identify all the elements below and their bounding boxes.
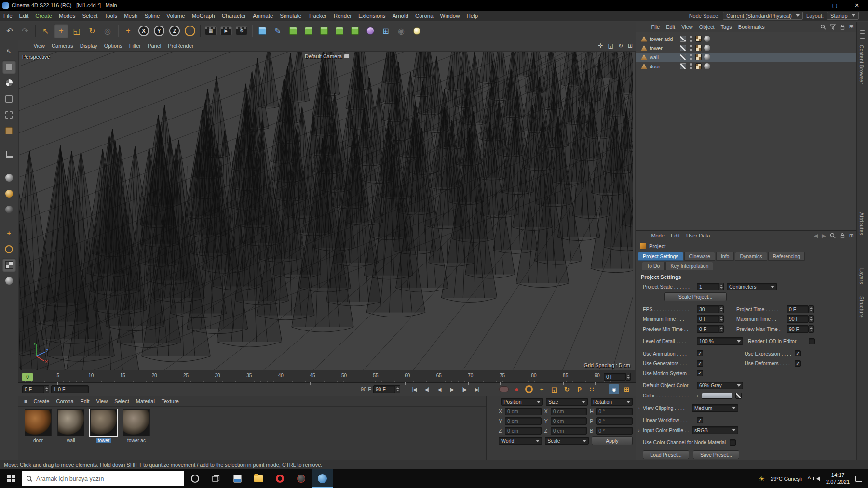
load-preset-button[interactable]: Load Preset... — [643, 450, 689, 459]
move-tool[interactable]: + — [54, 24, 68, 38]
phong-tag-icon[interactable] — [704, 45, 710, 51]
om-menu-view[interactable]: View — [678, 24, 696, 30]
spinner-icon[interactable] — [809, 325, 814, 333]
key-parameter-button[interactable]: P — [574, 384, 584, 394]
node-space-dropdown[interactable]: Current (Standard/Physical) — [723, 12, 803, 20]
render-lod-checkbox[interactable] — [809, 338, 815, 344]
menu-volume[interactable]: Volume — [163, 13, 188, 19]
menu-create[interactable]: Create — [32, 13, 55, 19]
material-item[interactable]: tower ac — [122, 409, 151, 460]
edit-tag-icon[interactable] — [680, 54, 686, 60]
live-selection-tool[interactable]: ↖ — [39, 24, 53, 38]
use-motion-system-checkbox[interactable]: ✓ — [697, 370, 703, 376]
am-menu-edit[interactable]: Edit — [668, 233, 683, 238]
volume-icon[interactable] — [816, 476, 820, 481]
om-menu-file[interactable]: File — [648, 24, 663, 30]
mat-menu-view[interactable]: View — [93, 398, 111, 404]
current-frame-field[interactable]: 0 F — [22, 385, 49, 393]
project-time-field[interactable]: 0 F — [787, 305, 814, 313]
camera-label[interactable]: Default Camera — [305, 53, 349, 59]
phong-tag-icon[interactable] — [704, 63, 710, 69]
use-animation-checkbox[interactable]: ✓ — [697, 350, 703, 356]
polygons-mode-button[interactable] — [2, 124, 16, 137]
spinner-icon[interactable] — [719, 315, 724, 323]
tab-referencing[interactable]: Referencing — [768, 252, 805, 261]
om-menu-object[interactable]: Object — [696, 24, 718, 30]
task-view-button[interactable] — [205, 469, 227, 488]
light-button[interactable] — [409, 24, 424, 38]
use-deformers-checkbox[interactable]: ✓ — [795, 360, 801, 367]
record-keyframe-button[interactable]: ● — [511, 384, 522, 394]
menu-file[interactable]: File — [0, 13, 16, 19]
default-object-color-dropdown[interactable]: 60% Gray — [697, 382, 743, 389]
enable-snap-button[interactable] — [2, 171, 16, 185]
z-axis-lock-button[interactable]: Z — [167, 24, 182, 38]
vp-menu-filter[interactable]: Filter — [126, 43, 144, 49]
spinner-icon[interactable] — [719, 305, 724, 313]
color-swatch[interactable] — [702, 393, 732, 399]
size-x-field[interactable]: 0 cm — [551, 408, 587, 415]
app-browser-button[interactable] — [290, 469, 312, 488]
points-mode-button[interactable] — [2, 92, 16, 106]
menu-simulate[interactable]: Simulate — [276, 13, 305, 19]
tray-expand-icon[interactable]: ^ — [808, 475, 811, 482]
use-color-channel-checkbox[interactable] — [730, 439, 736, 446]
search-icon[interactable] — [820, 24, 826, 30]
tab-key-interpolation[interactable]: Key Interpolation — [665, 262, 713, 270]
expander-icon[interactable]: › — [638, 427, 643, 433]
make-editable-button[interactable]: ↖ — [2, 44, 16, 58]
texture-tag-icon[interactable] — [695, 63, 702, 69]
spinner-icon[interactable] — [395, 385, 400, 393]
size-z-field[interactable]: 0 cm — [551, 427, 587, 435]
subdivision-surface-button[interactable] — [286, 24, 300, 38]
object-row-wall-selected[interactable]: wall — [636, 53, 856, 62]
app-file-explorer-button[interactable] — [248, 469, 269, 488]
visibility-dots-icon[interactable] — [690, 36, 692, 42]
position-header-dropdown[interactable]: Position — [501, 398, 543, 406]
lock-icon[interactable] — [840, 24, 845, 30]
rot-b-field[interactable]: 0 ° — [596, 427, 633, 435]
menu-corona[interactable]: Corona — [412, 13, 437, 19]
float-panel-icon[interactable]: ⊞ — [849, 24, 854, 30]
input-color-profile-dropdown[interactable]: sRGB — [692, 426, 738, 434]
key-rotation-button[interactable]: ↻ — [561, 384, 572, 394]
rotate-view-icon[interactable]: ↻ — [618, 42, 623, 49]
menu-modes[interactable]: Modes — [55, 13, 79, 19]
spinner-icon[interactable] — [44, 385, 49, 393]
tab-todo[interactable]: To Do — [642, 262, 665, 270]
timeline-end-field[interactable]: 0 F — [604, 373, 631, 381]
key-position-button[interactable]: + — [536, 384, 547, 394]
edit-tag-icon[interactable] — [680, 36, 686, 42]
tab-dynamics[interactable]: Dynamics — [735, 252, 767, 261]
pen-spline-tool[interactable]: ✎ — [271, 24, 285, 38]
add-cube-button[interactable] — [255, 24, 270, 38]
attribute-menu-icon[interactable]: ≡ — [639, 233, 648, 238]
material-thumbnail[interactable] — [123, 409, 150, 436]
snap-2d-button[interactable] — [2, 203, 16, 216]
last-used-tool[interactable]: ◎ — [100, 24, 115, 38]
weather-sun-icon[interactable]: ☀ — [759, 475, 765, 483]
scale-dropdown[interactable]: Scale — [545, 437, 588, 445]
world-dropdown[interactable]: World — [499, 437, 542, 445]
preview-min-field[interactable]: 0 F — [697, 325, 724, 333]
rot-p-field[interactable]: 0 ° — [596, 417, 633, 425]
camera-button[interactable]: ◉ — [394, 24, 408, 38]
texture-tag-icon[interactable] — [695, 54, 702, 60]
autokeying-button[interactable] — [524, 384, 534, 394]
dock-icon[interactable] — [860, 33, 865, 39]
eyedropper-icon[interactable] — [735, 393, 742, 399]
expander-icon[interactable]: › — [638, 405, 643, 411]
key-pla-button[interactable]: ∷ — [586, 384, 597, 394]
cortana-button[interactable] — [184, 469, 205, 488]
maximize-button[interactable]: ▢ — [824, 0, 846, 11]
timeline-ruler[interactable]: 0 5 10 15 20 25 30 35 40 45 50 55 60 65 … — [18, 371, 636, 383]
vp-menu-cameras[interactable]: Cameras — [48, 43, 77, 49]
use-expression-checkbox[interactable]: ✓ — [795, 350, 801, 356]
spinner-icon[interactable] — [809, 315, 814, 323]
menu-help[interactable]: Help — [463, 13, 482, 19]
notification-center-icon[interactable] — [855, 476, 862, 482]
rotate-tool[interactable]: ↻ — [85, 24, 99, 38]
menu-animate[interactable]: Animate — [249, 13, 276, 19]
weather-text[interactable]: 29°C Güneşli — [771, 476, 802, 482]
tab-cineware[interactable]: Cineware — [684, 252, 715, 261]
